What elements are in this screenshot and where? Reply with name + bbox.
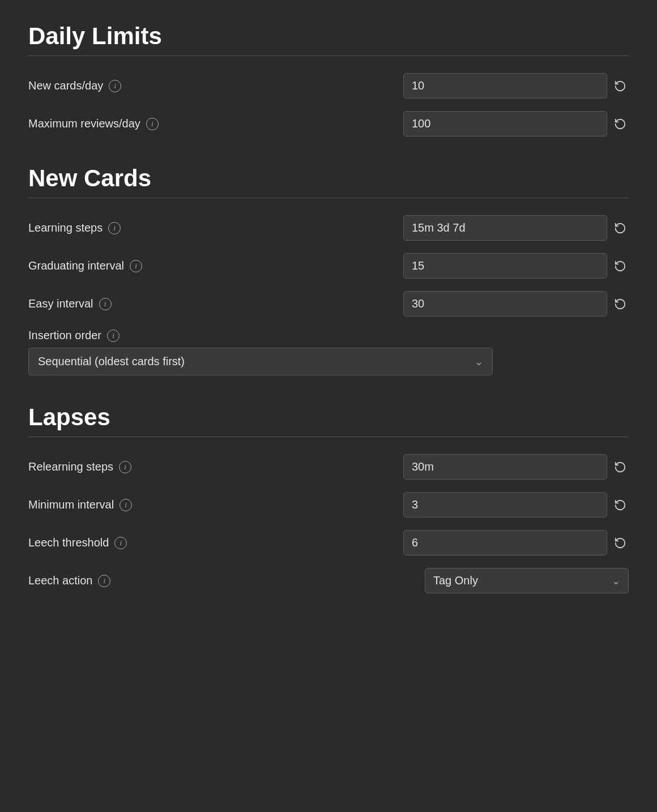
minimum-interval-info-icon[interactable]: i [120, 499, 132, 511]
lapses-divider [28, 437, 629, 437]
learning-steps-row: Learning steps i [28, 215, 629, 241]
minimum-interval-reset-button[interactable] [612, 497, 629, 514]
easy-interval-text: Easy interval [28, 297, 93, 310]
leech-threshold-reset-button[interactable] [612, 535, 629, 552]
relearning-steps-text: Relearning steps [28, 460, 113, 473]
new-cards-day-label: New cards/day i [28, 79, 121, 92]
leech-action-info-icon[interactable]: i [98, 575, 110, 587]
leech-action-control: Tag Only ⌄ [425, 568, 629, 593]
new-cards-day-info-icon[interactable]: i [109, 80, 121, 92]
leech-action-dropdown[interactable]: Tag Only ⌄ [425, 568, 629, 593]
graduating-interval-label: Graduating interval i [28, 259, 142, 272]
daily-limits-divider [28, 55, 629, 56]
max-reviews-day-text: Maximum reviews/day [28, 117, 140, 130]
graduating-interval-text: Graduating interval [28, 259, 124, 272]
minimum-interval-control [403, 492, 629, 518]
daily-limits-title: Daily Limits [28, 23, 629, 50]
leech-action-chevron-down-icon: ⌄ [612, 575, 620, 587]
minimum-interval-input[interactable] [403, 492, 607, 518]
leech-threshold-text: Leech threshold [28, 536, 109, 549]
relearning-steps-control [403, 454, 629, 480]
max-reviews-day-label: Maximum reviews/day i [28, 117, 159, 130]
leech-threshold-input[interactable] [403, 530, 607, 555]
new-cards-section: New Cards Learning steps i Graduating in… [28, 165, 629, 375]
graduating-interval-info-icon[interactable]: i [130, 260, 142, 272]
minimum-interval-text: Minimum interval [28, 498, 114, 511]
learning-steps-control [403, 215, 629, 241]
graduating-interval-control [403, 253, 629, 279]
max-reviews-day-reset-button[interactable] [612, 116, 629, 133]
max-reviews-day-row: Maximum reviews/day i [28, 111, 629, 136]
easy-interval-control [403, 291, 629, 317]
easy-interval-label: Easy interval i [28, 297, 112, 310]
insertion-order-text: Insertion order [28, 329, 101, 342]
new-cards-title: New Cards [28, 165, 629, 192]
insertion-order-row: Insertion order i Sequential (oldest car… [28, 329, 629, 375]
insertion-order-dropdown[interactable]: Sequential (oldest cards first) ⌄ [28, 348, 493, 375]
insertion-order-value: Sequential (oldest cards first) [38, 355, 185, 368]
new-cards-day-reset-button[interactable] [612, 78, 629, 95]
relearning-steps-input[interactable] [403, 454, 607, 480]
minimum-interval-label: Minimum interval i [28, 498, 132, 511]
daily-limits-section: Daily Limits New cards/day i Maximum rev… [28, 23, 629, 136]
lapses-title: Lapses [28, 404, 629, 431]
easy-interval-info-icon[interactable]: i [99, 298, 112, 310]
leech-threshold-row: Leech threshold i [28, 530, 629, 555]
new-cards-day-row: New cards/day i [28, 73, 629, 99]
leech-action-row: Leech action i Tag Only ⌄ [28, 568, 629, 593]
leech-threshold-info-icon[interactable]: i [114, 537, 127, 549]
leech-action-text: Leech action [28, 574, 92, 587]
leech-action-label: Leech action i [28, 574, 110, 587]
easy-interval-input[interactable] [403, 291, 607, 317]
new-cards-day-input[interactable] [403, 73, 607, 99]
graduating-interval-input[interactable] [403, 253, 607, 279]
lapses-section: Lapses Relearning steps i Minimum interv… [28, 404, 629, 593]
new-cards-day-control [403, 73, 629, 99]
easy-interval-reset-button[interactable] [612, 296, 629, 313]
max-reviews-day-control [403, 111, 629, 136]
insertion-order-chevron-down-icon: ⌄ [475, 356, 483, 368]
leech-threshold-label: Leech threshold i [28, 536, 127, 549]
learning-steps-input[interactable] [403, 215, 607, 241]
new-cards-day-text: New cards/day [28, 79, 103, 92]
learning-steps-text: Learning steps [28, 221, 103, 234]
leech-threshold-control [403, 530, 629, 555]
minimum-interval-row: Minimum interval i [28, 492, 629, 518]
relearning-steps-reset-button[interactable] [612, 459, 629, 476]
easy-interval-row: Easy interval i [28, 291, 629, 317]
new-cards-divider [28, 198, 629, 198]
insertion-order-info-icon[interactable]: i [107, 330, 120, 342]
learning-steps-info-icon[interactable]: i [108, 222, 121, 234]
relearning-steps-info-icon[interactable]: i [119, 461, 131, 473]
learning-steps-label: Learning steps i [28, 221, 121, 234]
graduating-interval-reset-button[interactable] [612, 258, 629, 275]
learning-steps-reset-button[interactable] [612, 220, 629, 237]
insertion-order-label: Insertion order i [28, 329, 629, 342]
relearning-steps-label: Relearning steps i [28, 460, 131, 473]
graduating-interval-row: Graduating interval i [28, 253, 629, 279]
max-reviews-day-input[interactable] [403, 111, 607, 136]
relearning-steps-row: Relearning steps i [28, 454, 629, 480]
max-reviews-day-info-icon[interactable]: i [146, 118, 159, 130]
leech-action-value: Tag Only [433, 574, 478, 587]
